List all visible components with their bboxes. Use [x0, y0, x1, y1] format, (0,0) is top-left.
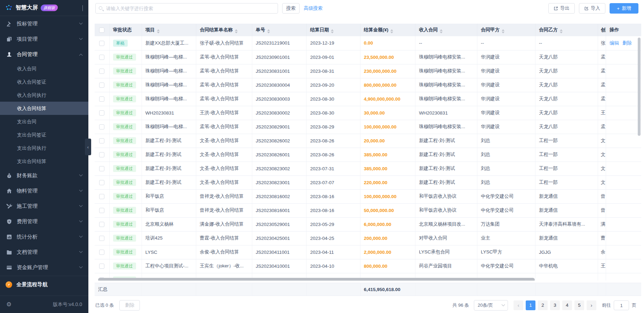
import-icon: [584, 6, 589, 11]
row-checkbox[interactable]: [99, 110, 104, 116]
sort-icon[interactable]: [560, 29, 563, 33]
sidebar-subitem[interactable]: 支出合同结算: [0, 155, 88, 168]
sidebar-subitem-active[interactable]: 收入合同结算: [0, 102, 88, 115]
edit-link[interactable]: 编辑: [610, 40, 619, 46]
row-checkbox[interactable]: [99, 152, 104, 157]
row-checkbox[interactable]: [99, 69, 104, 74]
search-input[interactable]: [95, 3, 278, 14]
column-header-creator: 创建人: [598, 24, 606, 36]
page-size-select[interactable]: 20条/页: [474, 300, 508, 311]
cell-creator: 孟: [598, 78, 606, 92]
status-badge: 审批通过: [113, 221, 136, 228]
status-badge: 草稿: [113, 40, 128, 47]
cell-contract: 和平饭店收入协议: [415, 189, 477, 203]
sidebar-subitem[interactable]: 支出合同: [0, 115, 88, 128]
page-button-1[interactable]: 1: [526, 300, 535, 310]
goto-page-input[interactable]: [614, 300, 629, 310]
sidebar-subitem[interactable]: 收入合同执行: [0, 88, 88, 102]
gear-icon[interactable]: ⚙: [6, 301, 11, 308]
table-row: 审批通过珠穆朗玛峰—电梯...孟苇-收入合同结算JS20230829001202…: [95, 120, 641, 134]
row-checkbox[interactable]: [99, 83, 104, 88]
page-button-3[interactable]: 3: [550, 300, 560, 310]
row-checkbox[interactable]: [99, 124, 104, 130]
column-header-party_b[interactable]: 合同乙方: [535, 24, 598, 36]
add-button[interactable]: + 新增: [610, 3, 638, 14]
cell-project: LYSC: [142, 245, 196, 259]
table-row: 审批通过新建工程-刘-测试文圣-收入合同结算JS202308260012023-…: [95, 148, 641, 162]
column-header-date[interactable]: 结算日期: [307, 24, 360, 36]
column-header-no[interactable]: 单号: [252, 24, 306, 36]
sidebar-item-bidding[interactable]: 投标管理: [0, 16, 88, 31]
cell-actions: [606, 245, 641, 259]
chevron-right-icon: [82, 5, 83, 11]
prev-page-button[interactable]: ‹: [514, 300, 523, 310]
cell-project: 珠穆朗玛峰—电梯...: [142, 92, 196, 106]
search-button[interactable]: 搜索: [282, 3, 300, 14]
sidebar-item-materials[interactable]: 物料管理: [0, 183, 88, 198]
sidebar-item-expense[interactable]: ¥费用管理: [0, 214, 88, 229]
cell-creator: 孟: [598, 50, 606, 64]
row-checkbox[interactable]: [99, 166, 104, 171]
sidebar-version-row: ⚙ 版本号:v4.0.0: [0, 296, 88, 313]
sort-icon[interactable]: [390, 29, 393, 33]
cell-party_b: 新龙通信: [535, 203, 598, 217]
row-checkbox[interactable]: [99, 222, 104, 227]
sidebar-item-process-navigation[interactable]: 全景流程导航: [0, 277, 88, 292]
sidebar-subitem[interactable]: 支出合同执行: [0, 141, 88, 155]
column-header-contract[interactable]: 收入合同: [415, 24, 477, 36]
row-checkbox[interactable]: [99, 264, 104, 269]
sidebar-item-contracts[interactable]: 合同管理: [0, 47, 88, 62]
row-checkbox[interactable]: [99, 41, 104, 46]
sort-icon[interactable]: [440, 29, 443, 33]
cell-date: 2023-08-30: [307, 92, 360, 106]
next-page-button[interactable]: ›: [587, 300, 596, 310]
sidebar-item-stats[interactable]: 统计分析: [0, 229, 88, 244]
vertical-scrollbar-thumb[interactable]: [638, 38, 641, 136]
sidebar-subitem[interactable]: 收入合同签证: [0, 75, 88, 88]
chevron-down-icon: [79, 173, 83, 176]
row-checkbox[interactable]: [99, 194, 104, 199]
page-button-4[interactable]: 4: [562, 300, 572, 310]
sidebar-item-label: 合同管理: [17, 51, 38, 58]
sidebar-item-construction[interactable]: 施工管理: [0, 198, 88, 214]
sidebar-subitem[interactable]: 支出合同签证: [0, 128, 88, 141]
sort-icon[interactable]: [157, 29, 160, 33]
cell-project: 和平饭店: [142, 203, 196, 217]
export-button[interactable]: 导出: [548, 3, 575, 14]
sidebar-item-finance[interactable]: ¥财务账款: [0, 168, 88, 183]
column-header-amount[interactable]: 结算金额(¥): [360, 24, 415, 36]
row-checkbox[interactable]: [99, 180, 104, 185]
sort-icon[interactable]: [502, 29, 504, 33]
sidebar-item-docs[interactable]: 文档管理: [0, 244, 88, 260]
row-checkbox[interactable]: [99, 236, 104, 241]
row-checkbox[interactable]: [99, 250, 104, 255]
sidebar-logo-row[interactable]: 智慧大屏 旗舰版: [0, 0, 88, 16]
column-header-project[interactable]: 项目: [142, 24, 196, 36]
sidebar-divider: [0, 276, 88, 276]
row-checkbox[interactable]: [99, 96, 104, 102]
delete-link[interactable]: 删除: [622, 40, 632, 46]
sidebar-subitem[interactable]: 收入合同: [0, 62, 88, 75]
select-all-checkbox[interactable]: [99, 28, 104, 33]
column-header-party_a[interactable]: 合同甲方: [477, 24, 535, 36]
row-checkbox[interactable]: [99, 138, 104, 143]
delete-button[interactable]: 删除: [119, 300, 140, 311]
sidebar-item-accounts[interactable]: 资金账户管理: [0, 260, 88, 275]
page-button-2[interactable]: 2: [538, 300, 548, 310]
advanced-search-link[interactable]: 高级搜索: [304, 3, 323, 14]
sidebar-item-label: 费用管理: [17, 218, 38, 225]
import-button[interactable]: 导入: [579, 3, 605, 14]
cell-creator: 文: [598, 134, 606, 148]
row-checkbox[interactable]: [99, 55, 104, 60]
cell-project: 新建工程-刘-测试: [142, 175, 196, 189]
cell-amount: 50,000,000.00: [360, 203, 415, 217]
horizontal-scrollbar-thumb[interactable]: [98, 278, 535, 281]
sort-icon[interactable]: [331, 29, 334, 33]
row-checkbox[interactable]: [99, 208, 104, 213]
column-header-name[interactable]: 合同结算单名称: [196, 24, 252, 36]
sort-icon[interactable]: [267, 29, 270, 33]
sidebar-collapse-handle[interactable]: ‹: [85, 139, 91, 155]
page-button-5[interactable]: 5: [574, 300, 584, 310]
sidebar-item-projects[interactable]: 项目管理: [0, 31, 88, 47]
sort-icon[interactable]: [235, 29, 238, 33]
